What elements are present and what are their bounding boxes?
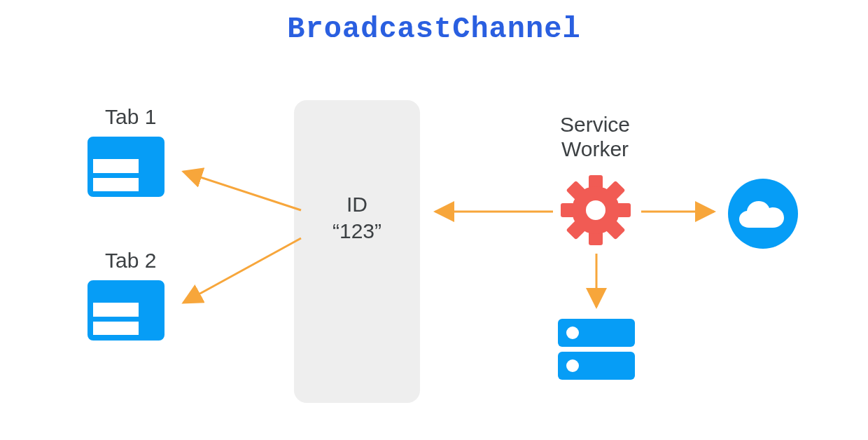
diagram: BroadcastChannel ID “123” Tab 1 Tab 2 Se… — [0, 0, 868, 440]
svg-line-10 — [183, 172, 301, 210]
arrows — [0, 0, 868, 440]
svg-line-11 — [183, 238, 301, 303]
